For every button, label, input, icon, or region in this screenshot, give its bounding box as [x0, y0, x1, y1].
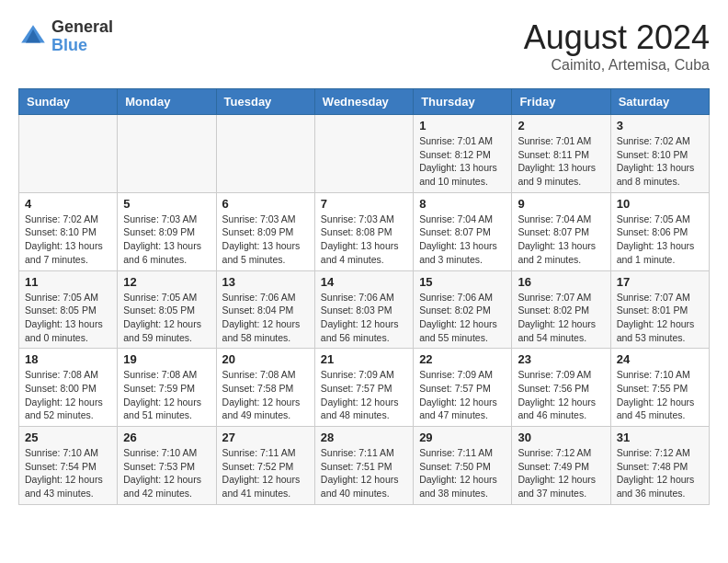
- day-info: Sunrise: 7:01 AM Sunset: 8:11 PM Dayligh…: [518, 134, 604, 189]
- day-number: 25: [25, 431, 111, 444]
- logo-general-text: General: [51, 18, 113, 37]
- calendar-cell: 9Sunrise: 7:04 AM Sunset: 8:07 PM Daylig…: [512, 192, 610, 270]
- day-number: 26: [123, 431, 210, 444]
- day-info: Sunrise: 7:02 AM Sunset: 8:10 PM Dayligh…: [617, 134, 703, 189]
- calendar-cell: [216, 115, 314, 193]
- calendar-week-row: 25Sunrise: 7:10 AM Sunset: 7:54 PM Dayli…: [19, 427, 710, 505]
- calendar-cell: [314, 115, 413, 193]
- day-number: 12: [123, 275, 210, 289]
- calendar-cell: 3Sunrise: 7:02 AM Sunset: 8:10 PM Daylig…: [610, 115, 709, 193]
- weekday-header: Saturday: [610, 89, 709, 115]
- day-info: Sunrise: 7:09 AM Sunset: 7:57 PM Dayligh…: [321, 368, 407, 422]
- logo-icon: [18, 22, 48, 52]
- calendar-cell: 18Sunrise: 7:08 AM Sunset: 8:00 PM Dayli…: [19, 349, 118, 427]
- logo: General Blue: [18, 18, 113, 55]
- location: Caimito, Artemisa, Cuba: [524, 57, 710, 74]
- day-number: 27: [222, 431, 309, 444]
- day-number: 31: [617, 431, 703, 444]
- day-number: 9: [518, 197, 604, 211]
- day-info: Sunrise: 7:10 AM Sunset: 7:55 PM Dayligh…: [617, 368, 703, 422]
- calendar-cell: 23Sunrise: 7:09 AM Sunset: 7:56 PM Dayli…: [512, 349, 610, 427]
- calendar-cell: 30Sunrise: 7:12 AM Sunset: 7:49 PM Dayli…: [512, 427, 610, 505]
- day-info: Sunrise: 7:06 AM Sunset: 8:02 PM Dayligh…: [419, 291, 506, 345]
- weekday-header: Sunday: [19, 89, 118, 115]
- calendar-cell: 29Sunrise: 7:11 AM Sunset: 7:50 PM Dayli…: [414, 427, 512, 505]
- weekday-header: Monday: [118, 89, 216, 115]
- logo-blue-text: Blue: [51, 37, 113, 55]
- day-number: 24: [617, 352, 703, 366]
- day-info: Sunrise: 7:04 AM Sunset: 8:07 PM Dayligh…: [419, 213, 506, 267]
- calendar-cell: [19, 115, 118, 193]
- calendar-cell: 12Sunrise: 7:05 AM Sunset: 8:05 PM Dayli…: [118, 270, 216, 349]
- calendar-cell: 28Sunrise: 7:11 AM Sunset: 7:51 PM Dayli…: [314, 427, 413, 505]
- day-info: Sunrise: 7:08 AM Sunset: 7:58 PM Dayligh…: [222, 368, 309, 422]
- day-number: 19: [123, 352, 210, 366]
- weekday-header: Wednesday: [314, 89, 413, 115]
- weekday-header-row: SundayMondayTuesdayWednesdayThursdayFrid…: [19, 89, 710, 115]
- day-info: Sunrise: 7:12 AM Sunset: 7:48 PM Dayligh…: [617, 446, 703, 500]
- day-info: Sunrise: 7:08 AM Sunset: 7:59 PM Dayligh…: [123, 368, 210, 422]
- day-info: Sunrise: 7:06 AM Sunset: 8:04 PM Dayligh…: [222, 291, 309, 345]
- day-number: 7: [321, 197, 407, 211]
- page-header: General Blue August 2024 Caimito, Artemi…: [18, 18, 710, 74]
- calendar-cell: 8Sunrise: 7:04 AM Sunset: 8:07 PM Daylig…: [414, 192, 512, 270]
- day-info: Sunrise: 7:11 AM Sunset: 7:51 PM Dayligh…: [321, 446, 407, 500]
- day-number: 16: [518, 275, 604, 289]
- weekday-header: Thursday: [414, 89, 512, 115]
- calendar-cell: 13Sunrise: 7:06 AM Sunset: 8:04 PM Dayli…: [216, 270, 314, 349]
- day-info: Sunrise: 7:03 AM Sunset: 8:08 PM Dayligh…: [321, 213, 407, 267]
- day-info: Sunrise: 7:08 AM Sunset: 8:00 PM Dayligh…: [25, 368, 111, 422]
- day-number: 11: [25, 275, 111, 289]
- calendar-cell: 31Sunrise: 7:12 AM Sunset: 7:48 PM Dayli…: [610, 427, 709, 505]
- calendar-cell: 11Sunrise: 7:05 AM Sunset: 8:05 PM Dayli…: [19, 270, 118, 349]
- month-year: August 2024: [524, 18, 710, 57]
- calendar-cell: 1Sunrise: 7:01 AM Sunset: 8:12 PM Daylig…: [414, 115, 512, 193]
- day-number: 10: [617, 197, 703, 211]
- calendar-cell: 19Sunrise: 7:08 AM Sunset: 7:59 PM Dayli…: [118, 349, 216, 427]
- day-info: Sunrise: 7:05 AM Sunset: 8:06 PM Dayligh…: [617, 213, 703, 267]
- calendar-week-row: 11Sunrise: 7:05 AM Sunset: 8:05 PM Dayli…: [19, 270, 710, 349]
- day-number: 21: [321, 352, 407, 366]
- calendar-cell: 15Sunrise: 7:06 AM Sunset: 8:02 PM Dayli…: [414, 270, 512, 349]
- day-number: 8: [419, 197, 506, 211]
- calendar-cell: [118, 115, 216, 193]
- day-number: 4: [25, 197, 111, 211]
- title-block: August 2024 Caimito, Artemisa, Cuba: [524, 18, 710, 74]
- calendar-cell: 17Sunrise: 7:07 AM Sunset: 8:01 PM Dayli…: [610, 270, 709, 349]
- calendar-week-row: 18Sunrise: 7:08 AM Sunset: 8:00 PM Dayli…: [19, 349, 710, 427]
- calendar-cell: 25Sunrise: 7:10 AM Sunset: 7:54 PM Dayli…: [19, 427, 118, 505]
- day-info: Sunrise: 7:03 AM Sunset: 8:09 PM Dayligh…: [222, 213, 309, 267]
- day-number: 18: [25, 352, 111, 366]
- calendar-cell: 26Sunrise: 7:10 AM Sunset: 7:53 PM Dayli…: [118, 427, 216, 505]
- day-number: 22: [419, 352, 506, 366]
- weekday-header: Friday: [512, 89, 610, 115]
- day-info: Sunrise: 7:04 AM Sunset: 8:07 PM Dayligh…: [518, 213, 604, 267]
- day-info: Sunrise: 7:01 AM Sunset: 8:12 PM Dayligh…: [419, 134, 506, 189]
- day-info: Sunrise: 7:11 AM Sunset: 7:52 PM Dayligh…: [222, 446, 309, 500]
- day-number: 2: [518, 119, 604, 132]
- day-number: 1: [419, 119, 506, 132]
- day-number: 17: [617, 275, 703, 289]
- calendar-cell: 20Sunrise: 7:08 AM Sunset: 7:58 PM Dayli…: [216, 349, 314, 427]
- calendar-cell: 6Sunrise: 7:03 AM Sunset: 8:09 PM Daylig…: [216, 192, 314, 270]
- day-info: Sunrise: 7:07 AM Sunset: 8:02 PM Dayligh…: [518, 291, 604, 345]
- day-info: Sunrise: 7:03 AM Sunset: 8:09 PM Dayligh…: [123, 213, 210, 267]
- calendar-cell: 7Sunrise: 7:03 AM Sunset: 8:08 PM Daylig…: [314, 192, 413, 270]
- day-number: 28: [321, 431, 407, 444]
- day-number: 6: [222, 197, 309, 211]
- day-info: Sunrise: 7:10 AM Sunset: 7:54 PM Dayligh…: [25, 446, 111, 500]
- calendar-cell: 4Sunrise: 7:02 AM Sunset: 8:10 PM Daylig…: [19, 192, 118, 270]
- day-info: Sunrise: 7:02 AM Sunset: 8:10 PM Dayligh…: [25, 213, 111, 267]
- day-number: 5: [123, 197, 210, 211]
- calendar-week-row: 1Sunrise: 7:01 AM Sunset: 8:12 PM Daylig…: [19, 115, 710, 193]
- day-info: Sunrise: 7:07 AM Sunset: 8:01 PM Dayligh…: [617, 291, 703, 345]
- day-info: Sunrise: 7:09 AM Sunset: 7:57 PM Dayligh…: [419, 368, 506, 422]
- day-number: 20: [222, 352, 309, 366]
- day-info: Sunrise: 7:05 AM Sunset: 8:05 PM Dayligh…: [123, 291, 210, 345]
- calendar-week-row: 4Sunrise: 7:02 AM Sunset: 8:10 PM Daylig…: [19, 192, 710, 270]
- day-number: 29: [419, 431, 506, 444]
- weekday-header: Tuesday: [216, 89, 314, 115]
- calendar-cell: 2Sunrise: 7:01 AM Sunset: 8:11 PM Daylig…: [512, 115, 610, 193]
- day-number: 30: [518, 431, 604, 444]
- calendar-cell: 24Sunrise: 7:10 AM Sunset: 7:55 PM Dayli…: [610, 349, 709, 427]
